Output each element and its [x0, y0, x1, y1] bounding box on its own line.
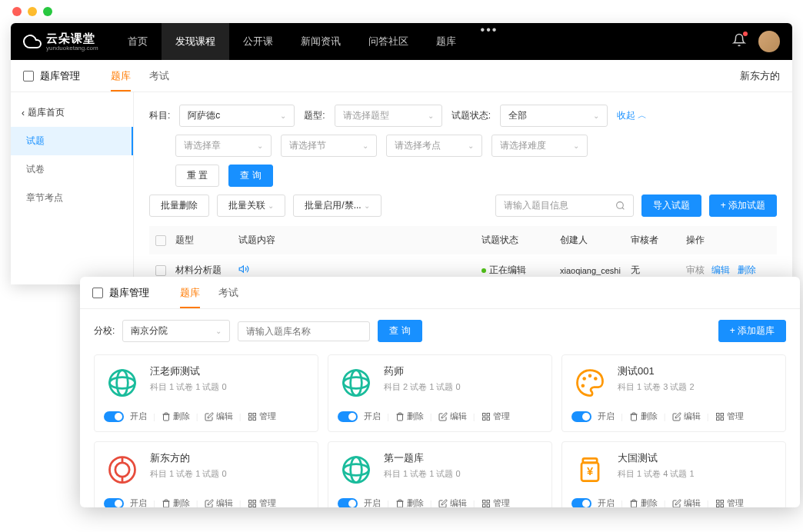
toggle-switch[interactable]: [104, 498, 124, 508]
card-manage[interactable]: 管理: [248, 497, 276, 507]
bank-card[interactable]: 汪老师测试 科目 1 试卷 1 试题 0 开启 | 删除 | 编辑 | 管理: [94, 354, 318, 432]
card-edit[interactable]: 编辑: [205, 497, 233, 507]
globe-green-icon: [338, 364, 375, 401]
reset-button[interactable]: 重 置: [175, 165, 219, 187]
notification-dot: [743, 32, 748, 36]
card-manage[interactable]: 管理: [715, 411, 744, 422]
chevron-left-icon: ‹: [22, 108, 25, 118]
w2-tab-bank[interactable]: 题库: [180, 277, 200, 308]
card-delete[interactable]: 删除: [629, 497, 658, 507]
header-content: 试题内容: [238, 234, 472, 247]
card-title: 汪老师测试: [150, 364, 308, 378]
w2-header: 题库管理 题库 考试: [80, 277, 800, 309]
toggle-label: 开启: [598, 411, 615, 422]
card-manage[interactable]: 管理: [715, 497, 744, 507]
nav-public[interactable]: 公开课: [229, 23, 287, 60]
avatar[interactable]: [758, 31, 780, 52]
bank-card[interactable]: 新东方的 科目 1 试卷 1 试题 0 开启 | 删除 | 编辑 | 管理: [94, 441, 318, 507]
card-edit[interactable]: 编辑: [438, 411, 467, 422]
w2-tab-exam[interactable]: 考试: [218, 277, 238, 308]
add-question-button[interactable]: + 添加试题: [709, 195, 777, 217]
select-all-checkbox[interactable]: [155, 235, 166, 246]
nav-discover[interactable]: 发现课程: [162, 23, 229, 60]
card-manage[interactable]: 管理: [481, 497, 510, 507]
type-select[interactable]: 请选择题型 ⌄: [335, 105, 442, 127]
toggle-switch[interactable]: [338, 411, 358, 422]
card-title: 测试001: [618, 364, 776, 378]
header-actions: 操作: [686, 234, 771, 247]
page-title: 题库管理: [40, 69, 80, 83]
sound-icon[interactable]: [238, 264, 472, 277]
card-edit[interactable]: 编辑: [205, 411, 233, 422]
minimize-dot[interactable]: [28, 7, 37, 16]
card-manage[interactable]: 管理: [481, 411, 510, 422]
card-delete[interactable]: 删除: [162, 497, 190, 507]
bank-card[interactable]: 药师 科目 2 试卷 1 试题 0 开启 | 删除 | 编辑 | 管理: [328, 354, 552, 432]
card-delete[interactable]: 删除: [162, 411, 190, 422]
card-delete[interactable]: 删除: [629, 411, 658, 422]
logo[interactable]: 云朵课堂 yunduoketang.com: [23, 32, 98, 52]
review-link[interactable]: 审核: [686, 264, 705, 275]
search-input[interactable]: 请输入题目信息: [495, 195, 634, 217]
point-select[interactable]: 请选择考点 ⌄: [386, 135, 482, 157]
difficulty-select[interactable]: 请选择难度 ⌄: [491, 135, 588, 157]
card-grid: 汪老师测试 科目 1 试卷 1 试题 0 开启 | 删除 | 编辑 | 管理 药…: [94, 354, 786, 507]
toggle-switch[interactable]: [571, 498, 591, 508]
card-edit[interactable]: 编辑: [672, 411, 701, 422]
bank-name-input[interactable]: [238, 321, 370, 341]
nav-bank[interactable]: 题库: [422, 23, 470, 60]
edit-link[interactable]: 编辑: [711, 264, 730, 275]
import-button[interactable]: 导入试题: [641, 195, 701, 217]
nav-news[interactable]: 新闻资讯: [287, 23, 355, 60]
branch-select[interactable]: 南京分院 ⌄: [122, 320, 230, 342]
card-edit[interactable]: 编辑: [438, 497, 467, 507]
toggle-label: 开启: [598, 497, 615, 507]
chevron-down-icon: ⌄: [593, 111, 599, 120]
bank-card[interactable]: 测试001 科目 1 试卷 3 试题 2 开启 | 删除 | 编辑 | 管理: [561, 354, 786, 432]
delete-link[interactable]: 删除: [738, 264, 756, 275]
row-checkbox[interactable]: [155, 265, 166, 276]
card-manage[interactable]: 管理: [248, 411, 276, 422]
back-link[interactable]: ‹ 题库首页: [11, 98, 133, 127]
toggle-switch[interactable]: [104, 411, 124, 422]
nav-qa[interactable]: 问答社区: [355, 23, 422, 60]
nav-home[interactable]: 首页: [114, 23, 162, 60]
maximize-dot[interactable]: [43, 7, 52, 16]
toggle-switch[interactable]: [338, 498, 358, 508]
bank-card[interactable]: 大国测试 科目 1 试卷 4 试题 1 开启 | 删除 | 编辑 | 管理: [561, 441, 786, 507]
tab-bank[interactable]: 题库: [111, 60, 131, 91]
sidebar-item-chapters[interactable]: 章节考点: [11, 184, 133, 212]
status-select[interactable]: 全部 ⌄: [500, 105, 608, 127]
batch-relate-button[interactable]: 批量关联 ⌄: [217, 195, 285, 217]
card-edit[interactable]: 编辑: [672, 497, 701, 507]
toggle-switch[interactable]: [571, 411, 591, 422]
subject-select[interactable]: 阿萨德c ⌄: [179, 105, 295, 127]
sidebar-item-papers[interactable]: 试卷: [11, 155, 133, 184]
sidebar-item-questions[interactable]: 试题: [11, 127, 133, 155]
tab-exam[interactable]: 考试: [149, 60, 169, 91]
batch-enable-button[interactable]: 批量启用/禁... ⌄: [293, 195, 382, 217]
chapter-select[interactable]: 请选择章 ⌄: [175, 135, 272, 157]
type-label: 题型:: [304, 109, 325, 122]
bank-card[interactable]: 第一题库 科目 1 试卷 1 试题 0 开启 | 删除 | 编辑 | 管理: [328, 441, 552, 507]
section-select[interactable]: 请选择节 ⌄: [281, 135, 377, 157]
jar-orange-icon: [571, 451, 608, 488]
batch-delete-button[interactable]: 批量删除: [149, 195, 209, 217]
query-button[interactable]: 查 询: [228, 165, 272, 187]
w2-query-button[interactable]: 查 询: [378, 320, 421, 342]
add-bank-button[interactable]: + 添加题库: [718, 320, 786, 342]
cell-status: 正在编辑: [481, 264, 551, 277]
bell-icon[interactable]: [732, 33, 746, 50]
card-delete[interactable]: 删除: [395, 411, 424, 422]
toggle-label: 开启: [130, 497, 147, 507]
chevron-down-icon: ⌄: [468, 141, 474, 150]
nav-more[interactable]: •••: [470, 23, 509, 60]
svg-line-1: [622, 208, 624, 209]
coin-red-icon: [104, 451, 141, 488]
chevron-down-icon: ⌄: [362, 141, 368, 150]
breadcrumb-right: 新东方的: [740, 69, 780, 83]
collapse-link[interactable]: 收起 ︿: [617, 109, 647, 122]
close-dot[interactable]: [12, 7, 22, 16]
svg-marker-2: [239, 266, 243, 272]
card-delete[interactable]: 删除: [395, 497, 424, 507]
